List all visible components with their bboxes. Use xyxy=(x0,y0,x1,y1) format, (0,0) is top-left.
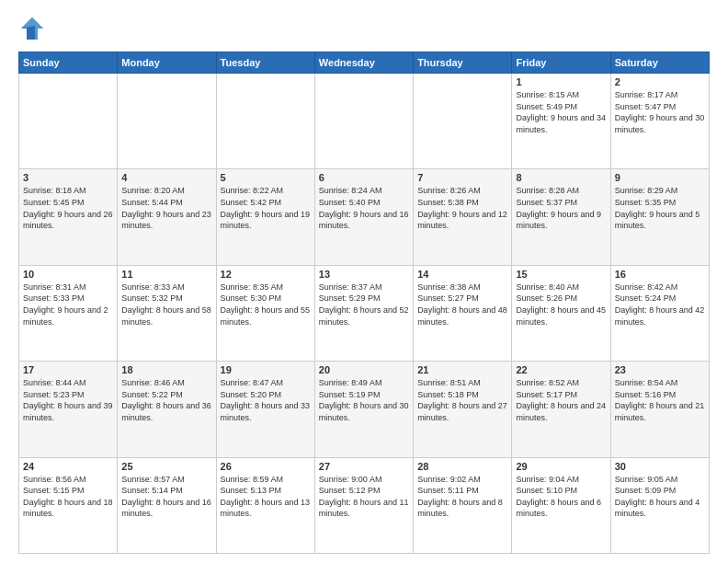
table-row: 12Sunrise: 8:35 AM Sunset: 5:30 PM Dayli… xyxy=(216,265,314,361)
day-number: 20 xyxy=(319,364,409,375)
day-info: Sunrise: 8:54 AM Sunset: 5:16 PM Dayligh… xyxy=(615,377,705,423)
logo xyxy=(18,15,50,42)
table-row xyxy=(19,74,118,169)
day-info: Sunrise: 8:28 AM Sunset: 5:37 PM Dayligh… xyxy=(516,185,606,231)
day-info: Sunrise: 9:00 AM Sunset: 5:12 PM Dayligh… xyxy=(319,474,409,520)
day-info: Sunrise: 8:38 AM Sunset: 5:27 PM Dayligh… xyxy=(417,282,507,327)
day-info: Sunrise: 8:29 AM Sunset: 5:35 PM Dayligh… xyxy=(615,185,705,231)
day-number: 6 xyxy=(319,172,409,183)
day-info: Sunrise: 9:04 AM Sunset: 5:10 PM Dayligh… xyxy=(516,474,606,520)
table-row: 6Sunrise: 8:24 AM Sunset: 5:40 PM Daylig… xyxy=(314,169,413,265)
calendar-week-row: 1Sunrise: 8:15 AM Sunset: 5:49 PM Daylig… xyxy=(19,74,710,169)
col-monday: Monday xyxy=(118,52,216,74)
day-number: 16 xyxy=(615,269,705,280)
col-sunday: Sunday xyxy=(19,52,118,74)
col-wednesday: Wednesday xyxy=(314,52,413,74)
day-info: Sunrise: 8:46 AM Sunset: 5:22 PM Dayligh… xyxy=(121,377,211,423)
day-info: Sunrise: 8:26 AM Sunset: 5:38 PM Dayligh… xyxy=(417,185,507,231)
day-info: Sunrise: 8:33 AM Sunset: 5:32 PM Dayligh… xyxy=(121,282,211,327)
day-info: Sunrise: 8:51 AM Sunset: 5:18 PM Dayligh… xyxy=(417,377,507,423)
table-row: 1Sunrise: 8:15 AM Sunset: 5:49 PM Daylig… xyxy=(512,74,610,169)
table-row: 15Sunrise: 8:40 AM Sunset: 5:26 PM Dayli… xyxy=(512,265,610,361)
calendar-week-row: 3Sunrise: 8:18 AM Sunset: 5:45 PM Daylig… xyxy=(19,169,710,265)
day-info: Sunrise: 8:17 AM Sunset: 5:47 PM Dayligh… xyxy=(615,89,705,135)
day-number: 1 xyxy=(516,76,606,87)
table-row: 20Sunrise: 8:49 AM Sunset: 5:19 PM Dayli… xyxy=(314,362,413,457)
day-info: Sunrise: 8:52 AM Sunset: 5:17 PM Dayligh… xyxy=(516,377,606,423)
calendar-week-row: 17Sunrise: 8:44 AM Sunset: 5:23 PM Dayli… xyxy=(19,362,710,457)
day-number: 24 xyxy=(23,461,113,472)
table-row: 25Sunrise: 8:57 AM Sunset: 5:14 PM Dayli… xyxy=(118,457,216,553)
table-row: 18Sunrise: 8:46 AM Sunset: 5:22 PM Dayli… xyxy=(118,362,216,457)
day-number: 26 xyxy=(221,461,311,472)
day-number: 29 xyxy=(516,461,606,472)
table-row: 29Sunrise: 9:04 AM Sunset: 5:10 PM Dayli… xyxy=(512,457,610,553)
table-row xyxy=(314,74,413,169)
day-info: Sunrise: 8:44 AM Sunset: 5:23 PM Dayligh… xyxy=(23,377,113,423)
day-info: Sunrise: 8:42 AM Sunset: 5:24 PM Dayligh… xyxy=(615,282,705,327)
day-info: Sunrise: 8:37 AM Sunset: 5:29 PM Dayligh… xyxy=(319,282,409,327)
calendar-header-row: Sunday Monday Tuesday Wednesday Thursday… xyxy=(19,52,710,74)
table-row: 21Sunrise: 8:51 AM Sunset: 5:18 PM Dayli… xyxy=(414,362,512,457)
col-tuesday: Tuesday xyxy=(216,52,314,74)
table-row: 17Sunrise: 8:44 AM Sunset: 5:23 PM Dayli… xyxy=(19,362,118,457)
table-row: 26Sunrise: 8:59 AM Sunset: 5:13 PM Dayli… xyxy=(216,457,314,553)
day-number: 5 xyxy=(221,172,311,183)
day-number: 19 xyxy=(221,364,311,375)
day-number: 11 xyxy=(121,269,211,280)
table-row: 14Sunrise: 8:38 AM Sunset: 5:27 PM Dayli… xyxy=(414,265,512,361)
table-row: 22Sunrise: 8:52 AM Sunset: 5:17 PM Dayli… xyxy=(512,362,610,457)
day-number: 27 xyxy=(319,461,409,472)
day-number: 7 xyxy=(417,172,507,183)
table-row: 7Sunrise: 8:26 AM Sunset: 5:38 PM Daylig… xyxy=(414,169,512,265)
calendar-table: Sunday Monday Tuesday Wednesday Thursday… xyxy=(18,52,710,554)
day-number: 4 xyxy=(121,172,211,183)
day-number: 21 xyxy=(417,364,507,375)
day-info: Sunrise: 8:31 AM Sunset: 5:33 PM Dayligh… xyxy=(23,282,113,327)
day-info: Sunrise: 8:57 AM Sunset: 5:14 PM Dayligh… xyxy=(121,474,211,520)
table-row: 30Sunrise: 9:05 AM Sunset: 5:09 PM Dayli… xyxy=(610,457,709,553)
table-row: 3Sunrise: 8:18 AM Sunset: 5:45 PM Daylig… xyxy=(19,169,118,265)
day-number: 15 xyxy=(516,269,606,280)
day-info: Sunrise: 8:18 AM Sunset: 5:45 PM Dayligh… xyxy=(23,185,113,231)
table-row xyxy=(216,74,314,169)
table-row: 4Sunrise: 8:20 AM Sunset: 5:44 PM Daylig… xyxy=(118,169,216,265)
table-row: 23Sunrise: 8:54 AM Sunset: 5:16 PM Dayli… xyxy=(610,362,709,457)
table-row: 11Sunrise: 8:33 AM Sunset: 5:32 PM Dayli… xyxy=(118,265,216,361)
day-number: 9 xyxy=(615,172,705,183)
col-friday: Friday xyxy=(512,52,610,74)
day-info: Sunrise: 8:20 AM Sunset: 5:44 PM Dayligh… xyxy=(121,185,211,231)
day-info: Sunrise: 8:59 AM Sunset: 5:13 PM Dayligh… xyxy=(221,474,311,520)
day-number: 17 xyxy=(23,364,113,375)
table-row: 10Sunrise: 8:31 AM Sunset: 5:33 PM Dayli… xyxy=(19,265,118,361)
day-number: 2 xyxy=(615,76,705,87)
day-number: 25 xyxy=(121,461,211,472)
day-info: Sunrise: 9:05 AM Sunset: 5:09 PM Dayligh… xyxy=(615,474,705,520)
day-number: 28 xyxy=(417,461,507,472)
table-row: 2Sunrise: 8:17 AM Sunset: 5:47 PM Daylig… xyxy=(610,74,709,169)
day-number: 23 xyxy=(615,364,705,375)
day-info: Sunrise: 8:24 AM Sunset: 5:40 PM Dayligh… xyxy=(319,185,409,231)
day-number: 10 xyxy=(23,269,113,280)
table-row: 5Sunrise: 8:22 AM Sunset: 5:42 PM Daylig… xyxy=(216,169,314,265)
table-row: 24Sunrise: 8:56 AM Sunset: 5:15 PM Dayli… xyxy=(19,457,118,553)
day-number: 13 xyxy=(319,269,409,280)
day-number: 22 xyxy=(516,364,606,375)
day-info: Sunrise: 8:35 AM Sunset: 5:30 PM Dayligh… xyxy=(221,282,311,327)
table-row: 16Sunrise: 8:42 AM Sunset: 5:24 PM Dayli… xyxy=(610,265,709,361)
table-row: 13Sunrise: 8:37 AM Sunset: 5:29 PM Dayli… xyxy=(314,265,413,361)
header xyxy=(18,15,710,42)
day-number: 18 xyxy=(121,364,211,375)
table-row xyxy=(118,74,216,169)
table-row: 28Sunrise: 9:02 AM Sunset: 5:11 PM Dayli… xyxy=(414,457,512,553)
day-number: 3 xyxy=(23,172,113,183)
day-info: Sunrise: 8:47 AM Sunset: 5:20 PM Dayligh… xyxy=(221,377,311,423)
day-number: 30 xyxy=(615,461,705,472)
day-info: Sunrise: 8:56 AM Sunset: 5:15 PM Dayligh… xyxy=(23,474,113,520)
day-info: Sunrise: 8:49 AM Sunset: 5:19 PM Dayligh… xyxy=(319,377,409,423)
table-row xyxy=(414,74,512,169)
logo-icon xyxy=(18,15,46,42)
day-number: 8 xyxy=(516,172,606,183)
day-number: 14 xyxy=(417,269,507,280)
day-info: Sunrise: 9:02 AM Sunset: 5:11 PM Dayligh… xyxy=(417,474,507,520)
